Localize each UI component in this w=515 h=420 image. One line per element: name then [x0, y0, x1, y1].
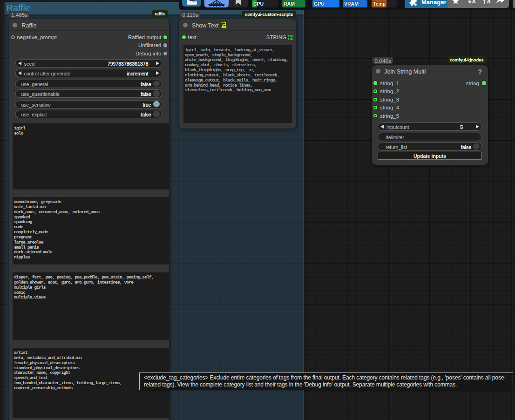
- svg-text:A: A: [472, 0, 476, 4]
- svg-text:A: A: [487, 0, 491, 4]
